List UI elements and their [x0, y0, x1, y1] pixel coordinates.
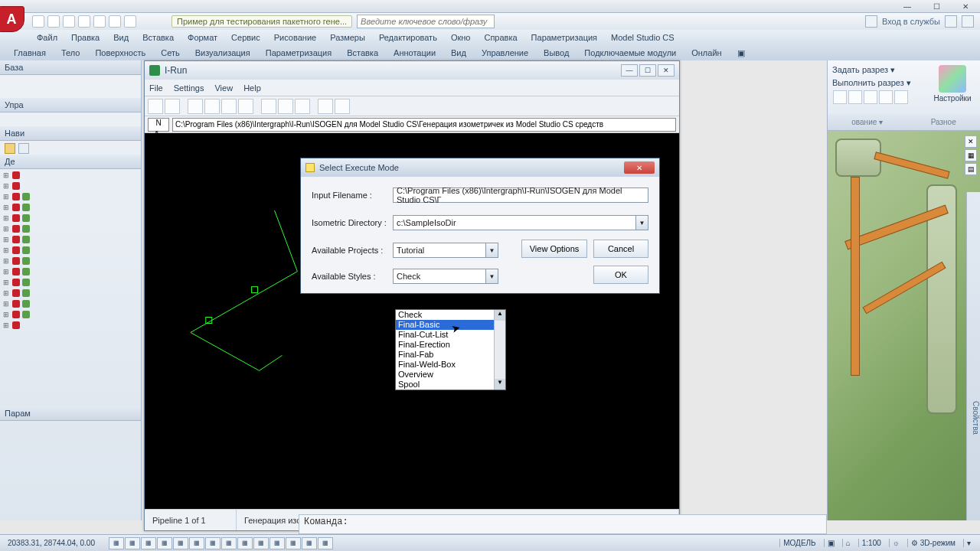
- status-toggle[interactable]: ▦: [125, 537, 140, 549]
- tree-node[interactable]: [3, 299, 138, 310]
- tab-visualize[interactable]: Визуализация: [188, 47, 258, 59]
- irun-menu-settings[interactable]: Settings: [174, 83, 204, 93]
- tab-online[interactable]: Онлайн: [684, 47, 729, 59]
- tab-output[interactable]: Вывод: [536, 47, 577, 59]
- tab-surface[interactable]: Поверхность: [87, 47, 153, 59]
- folder-icon[interactable]: [5, 143, 15, 154]
- irun-titlebar[interactable]: I-Run — ☐ ✕: [145, 61, 679, 80]
- dropdown-scrollbar[interactable]: ▲▼: [494, 310, 505, 390]
- panel-header-de[interactable]: Де: [0, 155, 141, 169]
- menu-draw[interactable]: Рисование: [268, 31, 322, 44]
- ok-button[interactable]: OK: [593, 266, 648, 284]
- menu-modelstudio[interactable]: Model Studio CS: [605, 31, 681, 44]
- tree-node[interactable]: [3, 256, 138, 267]
- tree-node[interactable]: [3, 310, 138, 321]
- tree-node[interactable]: [3, 192, 138, 203]
- tab-manage[interactable]: Управление: [474, 47, 536, 59]
- tab-annotations[interactable]: Аннотации: [386, 47, 443, 59]
- view-options-button[interactable]: View Options: [521, 240, 587, 258]
- menu-parametrize[interactable]: Параметризация: [525, 31, 603, 44]
- status-item[interactable]: ▾: [963, 539, 974, 547]
- chevron-down-icon[interactable]: ▼: [485, 243, 498, 257]
- tab-body[interactable]: Тело: [54, 47, 88, 59]
- status-toggle[interactable]: ▦: [302, 537, 317, 549]
- viewport-close-icon[interactable]: ✕: [965, 135, 977, 148]
- tab-parametrize[interactable]: Параметризация: [258, 47, 339, 59]
- tree-node[interactable]: [3, 289, 138, 299]
- close-button[interactable]: ✕: [951, 0, 980, 13]
- irun-close-button[interactable]: ✕: [658, 64, 675, 77]
- toolbar-icon[interactable]: [295, 99, 310, 114]
- panel-header-param[interactable]: Парам: [0, 406, 141, 421]
- status-toggle[interactable]: ▦: [109, 537, 124, 549]
- menu-view[interactable]: Вид: [107, 31, 135, 44]
- ribbon-icon[interactable]: [894, 90, 908, 104]
- status-toggle[interactable]: ▦: [318, 537, 333, 549]
- tree-node[interactable]: [3, 278, 138, 289]
- status-toggle[interactable]: ▦: [189, 537, 204, 549]
- status-item[interactable]: ☼: [889, 539, 903, 547]
- qat-icon[interactable]: [47, 15, 60, 28]
- maximize-button[interactable]: ☐: [922, 0, 951, 13]
- dialog-titlebar[interactable]: Select Execute Mode ✕: [301, 158, 659, 177]
- status-toggle[interactable]: ▦: [141, 537, 156, 549]
- settings-icon[interactable]: [939, 65, 966, 93]
- menu-help[interactable]: Справка: [478, 31, 523, 44]
- dropdown-option[interactable]: Final-Fab: [396, 350, 505, 360]
- help-icon[interactable]: [962, 15, 974, 28]
- menu-insert[interactable]: Вставка: [136, 31, 180, 44]
- north-icon[interactable]: N: [148, 118, 169, 132]
- status-toggle[interactable]: ▦: [270, 537, 285, 549]
- qat-icon[interactable]: [78, 15, 90, 28]
- iso-directory-field[interactable]: c:\SampleIsoDir▼: [393, 215, 648, 230]
- menu-format[interactable]: Формат: [181, 31, 224, 44]
- menu-edit[interactable]: Правка: [65, 31, 106, 44]
- toolbar-icon[interactable]: [204, 99, 220, 114]
- menu-modify[interactable]: Редактировать: [373, 31, 443, 44]
- menu-dimensions[interactable]: Размеры: [324, 31, 371, 44]
- status-toggle[interactable]: ▦: [157, 537, 172, 549]
- ribbon-icon[interactable]: [833, 90, 847, 104]
- qat-icon[interactable]: [109, 15, 121, 28]
- tree-node[interactable]: [3, 246, 138, 256]
- irun-menu-help[interactable]: Help: [243, 83, 261, 93]
- status-toggle[interactable]: ▦: [221, 537, 237, 549]
- viewport-tool-icon[interactable]: ▤: [965, 163, 977, 175]
- dialog-close-button[interactable]: ✕: [624, 161, 655, 174]
- projects-select[interactable]: Tutorial▼: [393, 243, 498, 258]
- login-link[interactable]: Вход в службы: [882, 17, 940, 26]
- minimize-button[interactable]: —: [893, 0, 922, 13]
- tab-app[interactable]: ▣: [730, 47, 753, 60]
- x-icon[interactable]: [945, 15, 957, 28]
- exchange-icon[interactable]: [865, 15, 877, 28]
- status-toggle[interactable]: ▦: [253, 537, 269, 549]
- chevron-down-icon[interactable]: ▼: [635, 216, 648, 230]
- status-toggle[interactable]: ▦: [173, 537, 188, 549]
- tab-home[interactable]: Главная: [6, 47, 54, 59]
- qat-icon[interactable]: [32, 15, 44, 28]
- toolbar-icon[interactable]: [238, 99, 253, 114]
- tab-view[interactable]: Вид: [443, 47, 474, 59]
- viewport-tool-icon[interactable]: ▦: [965, 149, 977, 161]
- dropdown-option[interactable]: Spool: [396, 380, 505, 390]
- ribbon-label[interactable]: Выполнить разрез ▾: [832, 77, 929, 90]
- dropdown-option[interactable]: Final-Cut-List: [396, 330, 505, 340]
- chevron-down-icon[interactable]: ▼: [485, 269, 498, 283]
- tree-node[interactable]: [3, 267, 138, 278]
- tab-insert[interactable]: Вставка: [339, 47, 386, 59]
- status-item[interactable]: ⌂: [842, 539, 854, 547]
- ribbon-label[interactable]: Задать разрез ▾: [832, 64, 929, 77]
- toolbar-icon[interactable]: [188, 99, 203, 114]
- menu-file[interactable]: Файл: [31, 31, 64, 44]
- app-logo-icon[interactable]: A: [0, 6, 24, 32]
- status-toggle[interactable]: ▦: [286, 537, 301, 549]
- status-item[interactable]: 1:100: [858, 539, 884, 547]
- styles-select[interactable]: Check▼: [393, 269, 498, 284]
- irun-minimize-button[interactable]: —: [621, 64, 638, 77]
- tree-node[interactable]: [3, 214, 138, 224]
- status-toggle[interactable]: ▦: [237, 537, 253, 549]
- dropdown-option[interactable]: Check: [396, 310, 505, 320]
- panel-header-baza[interactable]: База: [0, 60, 141, 75]
- tree-node[interactable]: [3, 203, 138, 214]
- irun-maximize-button[interactable]: ☐: [639, 64, 656, 77]
